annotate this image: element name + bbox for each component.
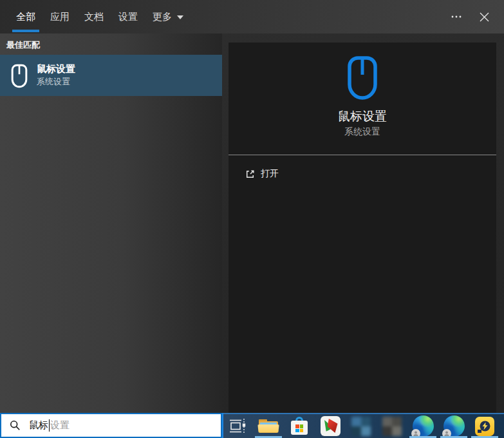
chevron-down-icon: [177, 15, 183, 19]
open-action-label: 打开: [261, 168, 279, 180]
external-link-icon: [245, 169, 256, 180]
blurred-gray-app-icon: [382, 417, 402, 436]
more-options-button[interactable]: [445, 0, 467, 33]
tab-more[interactable]: 更多: [153, 0, 183, 33]
taskbar: [222, 413, 504, 438]
task-view-icon: [229, 419, 246, 434]
edge-icon: [443, 415, 465, 437]
blurred-blue-app-icon: [351, 417, 371, 436]
yellow-lightning-app-icon: [475, 417, 494, 436]
search-typed-text: 鼠标: [29, 419, 48, 432]
blurred-blue-app-button[interactable]: [346, 414, 377, 438]
best-match-section-title: 最佳匹配: [6, 39, 40, 51]
result-subtitle: 系统设置: [37, 75, 75, 88]
yellow-lightning-app-button[interactable]: [469, 414, 500, 438]
result-title: 鼠标设置: [37, 62, 75, 75]
tab-settings[interactable]: 设置: [118, 0, 138, 33]
tab-all-label: 全部: [16, 11, 35, 23]
close-icon: [480, 12, 489, 22]
filter-tabs: 全部 应用 文档 设置 更多: [16, 0, 183, 33]
edge-browser-button-2[interactable]: [438, 414, 469, 438]
task-view-button[interactable]: [222, 414, 253, 438]
tab-settings-label: 设置: [118, 11, 138, 23]
open-action[interactable]: 打开: [229, 164, 496, 184]
search-filter-bar: 全部 应用 文档 设置 更多: [0, 0, 504, 33]
edge-browser-button-1[interactable]: [407, 414, 438, 438]
tab-apps-label: 应用: [50, 11, 70, 23]
search-icon: [10, 420, 21, 431]
blurred-gray-app-button[interactable]: [377, 414, 407, 438]
text-cursor: [49, 419, 50, 432]
microsoft-store-icon: [290, 417, 309, 435]
preview-card: 鼠标设置 系统设置 打开: [229, 43, 496, 413]
best-match-result-mouse-settings[interactable]: 鼠标设置 系统设置: [0, 55, 222, 96]
mouse-icon-large: [347, 55, 378, 100]
tab-documents[interactable]: 文档: [84, 0, 104, 33]
colorful-app-button[interactable]: [315, 414, 346, 438]
preview-title: 鼠标设置: [229, 108, 496, 125]
ellipsis-icon: [451, 15, 462, 18]
edge-icon: [413, 415, 434, 437]
mouse-icon: [11, 64, 28, 88]
tab-more-label: 更多: [153, 11, 172, 23]
file-explorer-button[interactable]: [253, 414, 284, 438]
colorful-app-icon: [321, 416, 341, 436]
results-panel: 最佳匹配 鼠标设置 系统设置: [0, 33, 222, 413]
close-button[interactable]: [473, 0, 495, 33]
tab-all[interactable]: 全部: [16, 0, 35, 33]
search-input[interactable]: 鼠标 设置: [0, 413, 222, 438]
search-suggestion-text: 设置: [50, 419, 70, 432]
file-explorer-icon: [258, 418, 279, 435]
tab-apps[interactable]: 应用: [50, 0, 70, 33]
preview-region: 鼠标设置 系统设置 打开: [222, 33, 504, 413]
tab-documents-label: 文档: [84, 11, 104, 23]
microsoft-store-button[interactable]: [284, 414, 315, 438]
search-flyout-screen: 全部 应用 文档 设置 更多 最佳匹配: [0, 0, 504, 438]
divider: [229, 155, 496, 155]
preview-subtitle: 系统设置: [229, 126, 496, 138]
